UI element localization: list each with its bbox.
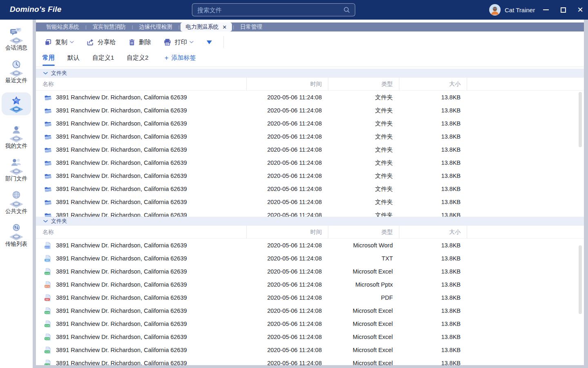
file-time: 2020-05-06 11:24:08 [246, 212, 328, 217]
file-name: 3891 Ranchview Dr. Richardson, Californi… [56, 334, 187, 340]
column-header-type[interactable]: 类型 [328, 226, 399, 238]
file-size: 13.8KB [399, 255, 467, 262]
file-name: 3891 Ranchview Dr. Richardson, Californi… [56, 94, 187, 101]
column-header-size[interactable]: 大小 [399, 226, 467, 238]
file-size: 13.8KB [399, 133, 467, 140]
table-row[interactable]: PPTX 3891 Ranchview Dr. Richardson, Cali… [36, 278, 584, 291]
search-box[interactable] [192, 3, 355, 16]
print-button[interactable]: 打印 [163, 38, 194, 46]
share-icon [86, 38, 94, 46]
maximize-button[interactable] [559, 6, 567, 13]
sidebar-item-chat[interactable]: 会话消息 [0, 26, 33, 52]
table-row[interactable]: DOCX 3891 Ranchview Dr. Richardson, Cali… [36, 239, 584, 252]
user-profile[interactable]: Cat Trainer [489, 4, 535, 16]
copy-button[interactable]: 复制 [44, 38, 74, 46]
search-input[interactable] [197, 7, 340, 13]
file-name: 3891 Ranchview Dr. Richardson, Californi… [56, 173, 187, 179]
folder-icon [44, 146, 52, 153]
table-row[interactable]: TXT 3891 Ranchview Dr. Richardson, Calif… [36, 252, 584, 265]
table-row[interactable]: PDF 3891 Ranchview Dr. Richardson, Calif… [36, 291, 584, 304]
table-row[interactable]: 3891 Ranchview Dr. Richardson, Californi… [36, 104, 584, 117]
file-size: 13.8KB [399, 347, 467, 353]
table-row[interactable]: 3891 Ranchview Dr. Richardson, Californi… [36, 195, 584, 209]
tag-tab-2[interactable]: 默认 [67, 53, 80, 66]
trash-button[interactable]: 删除 [128, 38, 151, 46]
sidebar-item-clock[interactable]: 最近文件 [0, 59, 33, 84]
file-name: 3891 Ranchview Dr. Richardson, Californi… [56, 242, 187, 249]
table-row[interactable]: 3891 Ranchview Dr. Richardson, Californi… [36, 130, 584, 143]
file-time: 2020-05-06 11:24:08 [246, 321, 328, 327]
table-row[interactable]: 3891 Ranchview Dr. Richardson, Californi… [36, 209, 584, 217]
clock-icon [7, 59, 25, 77]
table-row[interactable]: XLSX 3891 Ranchview Dr. Richardson, Cali… [36, 357, 584, 365]
column-header-type[interactable]: 类型 [328, 78, 399, 90]
file-name: 3891 Ranchview Dr. Richardson, Californi… [56, 294, 187, 301]
chevron-down-icon [43, 72, 48, 75]
table-row[interactable]: XLSX 3891 Ranchview Dr. Richardson, Cali… [36, 265, 584, 278]
tab-label: 日常管理 [240, 23, 262, 31]
add-tag-button[interactable]: + 添加标签 [165, 53, 196, 62]
tag-tab-1[interactable]: 常用 [42, 53, 55, 66]
svg-text:XLSX: XLSX [45, 312, 49, 314]
file-time: 2020-05-06 11:24:08 [246, 133, 328, 140]
table-header: 名称 时间 类型 大小 [36, 226, 584, 239]
share-button[interactable]: 分享给 [86, 38, 116, 46]
tag-tab-3[interactable]: 自定义1 [92, 53, 114, 66]
column-header-time[interactable]: 时间 [246, 226, 328, 238]
tab-4[interactable]: 电力测温系统 ✕ [180, 22, 232, 31]
file-type: 文件夹 [328, 146, 399, 154]
file-name: 3891 Ranchview Dr. Richardson, Californi… [56, 347, 187, 353]
tab-close-icon[interactable]: ✕ [223, 25, 227, 30]
column-header-name[interactable]: 名称 [36, 226, 246, 238]
file-size: 13.8KB [399, 199, 467, 205]
close-button[interactable]: ✕ [577, 6, 584, 13]
tab-2[interactable]: 宜宾智慧消防 [87, 22, 131, 31]
section-title: 文件夹 [51, 70, 67, 77]
file-section: 文件夹 名称 时间 类型 大小 DOCX 3891 Ranchview Dr. … [36, 217, 584, 365]
file-type: Microsoft Pptx [328, 281, 399, 288]
file-time: 2020-05-06 11:24:08 [246, 281, 328, 288]
sidebar-item-transfer[interactable]: 传输列表 [0, 222, 33, 248]
svg-text:DOCX: DOCX [45, 246, 50, 248]
tab-1[interactable]: 智能站房系统 [41, 22, 85, 31]
avatar[interactable] [489, 4, 501, 16]
table-row[interactable]: XLSX 3891 Ranchview Dr. Richardson, Cali… [36, 317, 584, 330]
table-row[interactable]: XLSX 3891 Ranchview Dr. Richardson, Cali… [36, 343, 584, 357]
table-row[interactable]: 3891 Ranchview Dr. Richardson, Californi… [36, 117, 584, 130]
table-row[interactable]: XLSX 3891 Ranchview Dr. Richardson, Cali… [36, 330, 584, 343]
sidebar-item-team[interactable]: 部门文件 [0, 157, 33, 182]
tab-5[interactable]: 日常管理 [235, 22, 267, 31]
folder-icon [44, 199, 52, 206]
table-row[interactable]: 3891 Ranchview Dr. Richardson, Californi… [36, 91, 584, 104]
tag-tab-4[interactable]: 自定义2 [127, 53, 148, 66]
table-row[interactable]: XLSX 3891 Ranchview Dr. Richardson, Cali… [36, 304, 584, 317]
search-icon[interactable] [343, 7, 350, 13]
scrollbar-thumb[interactable] [579, 92, 582, 147]
sidebar-item-user[interactable]: 我的文件 [0, 124, 33, 150]
column-header-name[interactable]: 名称 [36, 78, 246, 90]
file-size: 13.8KB [399, 360, 467, 365]
file-time: 2020-05-06 11:24:08 [246, 199, 328, 205]
app-title: Domino's File [10, 5, 61, 14]
file-size: 13.8KB [399, 173, 467, 179]
column-header-size[interactable]: 大小 [399, 78, 467, 90]
more-dropdown-button[interactable] [207, 40, 212, 44]
minimize-button[interactable] [542, 6, 550, 13]
table-row[interactable]: 3891 Ranchview Dr. Richardson, Californi… [36, 182, 584, 195]
table-row[interactable]: 3891 Ranchview Dr. Richardson, Californi… [36, 169, 584, 182]
table-row[interactable]: 3891 Ranchview Dr. Richardson, Californi… [36, 156, 584, 169]
section-header[interactable]: 文件夹 [36, 217, 584, 226]
sidebar-item-star[interactable] [2, 92, 31, 115]
scrollbar-thumb[interactable] [579, 245, 582, 314]
section-header[interactable]: 文件夹 [36, 69, 584, 78]
tab-3[interactable]: 边缘代理检测 [134, 22, 178, 31]
column-header-time[interactable]: 时间 [246, 78, 328, 90]
sidebar-item-label: 公共文件 [5, 208, 27, 215]
xlsx-icon: XLSX [44, 333, 52, 341]
file-name: 3891 Ranchview Dr. Richardson, Californi… [56, 107, 187, 114]
file-type: Microsoft Excel [328, 347, 399, 353]
tab-label: 边缘代理检测 [139, 23, 172, 31]
sidebar-item-globe[interactable]: 公共文件 [0, 190, 33, 215]
table-row[interactable]: 3891 Ranchview Dr. Richardson, Californi… [36, 143, 584, 156]
star-icon [7, 95, 25, 113]
